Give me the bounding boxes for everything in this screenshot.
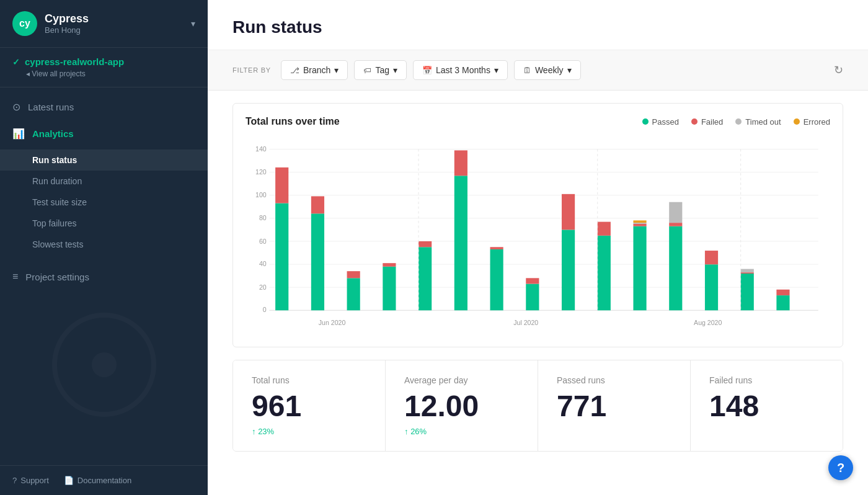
sidebar-documentation-link[interactable]: 📄 Documentation	[64, 476, 131, 485]
help-button[interactable]: ?	[828, 455, 853, 480]
tag-chevron-icon: ▾	[393, 65, 397, 75]
sidebar-item-latest-runs[interactable]: ⊙ Latest runs	[0, 94, 208, 120]
svg-rect-43	[633, 220, 646, 223]
svg-rect-39	[598, 222, 611, 236]
legend-errored: Errored	[794, 117, 830, 127]
period-chevron-icon: ▾	[567, 65, 572, 75]
svg-rect-31	[454, 150, 467, 176]
legend-dot-errored	[794, 118, 800, 125]
svg-rect-47	[705, 264, 718, 310]
svg-text:20: 20	[259, 283, 267, 291]
stat-change-average-per-day: 26%	[404, 427, 519, 436]
svg-text:80: 80	[259, 214, 267, 221]
stat-label-average-per-day: Average per day	[404, 375, 519, 385]
filter-bar: FILTER BY ⎇ Branch ▾ 🏷 Tag ▾ 📅 Last 3 Mo…	[208, 50, 868, 91]
sidebar-project: cypress-realworld-app ◂ View all project…	[0, 48, 208, 87]
svg-text:120: 120	[255, 168, 267, 176]
svg-rect-45	[669, 223, 682, 226]
stat-card-failed-runs: Failed runs 148	[691, 360, 843, 451]
branch-filter-button[interactable]: ⎇ Branch ▾	[281, 60, 348, 80]
legend-passed: Passed	[642, 117, 679, 127]
svg-rect-40	[633, 226, 646, 311]
branch-icon: ⎇	[290, 66, 299, 75]
svg-rect-44	[669, 226, 682, 311]
svg-rect-49	[741, 274, 754, 310]
svg-rect-35	[526, 278, 539, 283]
svg-text:60: 60	[259, 238, 267, 245]
svg-rect-33	[490, 247, 503, 249]
sidebar-app-name: Cypress	[45, 12, 191, 25]
stat-label-passed-runs: Passed runs	[557, 375, 671, 385]
chart-title: Total runs over time	[246, 116, 340, 127]
sidebar-project-name[interactable]: cypress-realworld-app	[12, 56, 195, 67]
svg-rect-34	[526, 284, 539, 311]
stat-value-failed-runs: 148	[709, 390, 824, 423]
sidebar-item-analytics[interactable]: 📊 Analytics	[0, 120, 208, 147]
svg-text:0: 0	[263, 306, 267, 313]
sidebar-support-link[interactable]: ? Support	[12, 476, 49, 485]
svg-rect-51	[741, 269, 754, 273]
stat-label-failed-runs: Failed runs	[709, 375, 824, 385]
sidebar-sub-item-run-status[interactable]: Run status	[0, 149, 208, 171]
sidebar-item-project-settings[interactable]: ≡ Project settings	[0, 264, 208, 290]
svg-text:Jul 2020: Jul 2020	[513, 319, 538, 326]
svg-rect-30	[454, 176, 467, 310]
svg-rect-26	[383, 267, 396, 311]
sidebar-sub-item-run-duration[interactable]: Run duration	[0, 171, 208, 192]
sidebar-dropdown-icon[interactable]: ▾	[191, 19, 195, 29]
tag-icon: 🏷	[363, 66, 371, 75]
svg-rect-48	[705, 251, 718, 264]
analytics-icon: 📊	[12, 128, 25, 140]
svg-rect-50	[741, 272, 754, 274]
project-settings-icon: ≡	[12, 271, 18, 282]
sidebar-item-analytics-label: Analytics	[32, 128, 74, 139]
sidebar-view-all-link[interactable]: ◂ View all projects	[12, 69, 195, 78]
support-icon: ?	[12, 476, 17, 485]
stat-value-passed-runs: 771	[557, 390, 671, 423]
legend-dot-passed	[642, 118, 649, 125]
sidebar-sub-item-test-suite-size[interactable]: Test suite size	[0, 192, 208, 213]
legend-label-passed: Passed	[652, 117, 679, 127]
branch-chevron-icon: ▾	[334, 65, 339, 75]
sidebar-sub-nav: Run status Run duration Test suite size …	[0, 147, 208, 257]
refresh-button[interactable]: ↻	[834, 63, 843, 77]
svg-rect-29	[418, 241, 432, 247]
branch-filter-label: Branch	[303, 65, 330, 75]
svg-text:140: 140	[255, 145, 267, 153]
stats-row: Total runs 961 23% Average per day 12.00…	[232, 360, 843, 452]
sidebar-item-project-settings-label: Project settings	[25, 272, 89, 282]
main-content: Run status FILTER BY ⎇ Branch ▾ 🏷 Tag ▾ …	[208, 0, 868, 495]
tag-filter-button[interactable]: 🏷 Tag ▾	[354, 60, 407, 80]
svg-rect-42	[633, 223, 646, 224]
svg-rect-22	[311, 213, 324, 310]
svg-rect-25	[347, 271, 360, 278]
stat-card-total-runs: Total runs 961 23%	[233, 360, 386, 451]
sidebar-nav: ⊙ Latest runs 📊 Analytics Run status Run…	[0, 87, 208, 465]
svg-rect-37	[562, 194, 575, 230]
stat-change-total-runs: 23%	[252, 427, 366, 436]
svg-rect-24	[347, 278, 360, 310]
sidebar-user: Ben Hong	[45, 25, 191, 35]
chart-section: Total runs over time Passed Failed Timed…	[232, 103, 843, 347]
date-filter-button[interactable]: 📅 Last 3 Months ▾	[413, 60, 508, 80]
date-chevron-icon: ▾	[494, 65, 498, 75]
period-filter-label: Weekly	[535, 65, 564, 75]
stat-card-average-per-day: Average per day 12.00 26%	[386, 360, 538, 451]
svg-rect-46	[669, 202, 682, 223]
sidebar-bottom: ? Support 📄 Documentation	[0, 465, 208, 495]
svg-rect-53	[776, 290, 789, 295]
sidebar-item-latest-runs-label: Latest runs	[28, 102, 74, 112]
svg-rect-36	[562, 230, 575, 310]
period-filter-button[interactable]: 🗓 Weekly ▾	[514, 60, 581, 80]
svg-rect-23	[311, 196, 324, 213]
sidebar-logo: cy	[12, 11, 37, 36]
legend-label-timedout: Timed out	[745, 117, 781, 127]
chart-header: Total runs over time Passed Failed Timed…	[246, 116, 830, 127]
stat-value-average-per-day: 12.00	[404, 390, 519, 423]
sidebar-sub-item-top-failures[interactable]: Top failures	[0, 213, 208, 234]
svg-rect-38	[598, 236, 611, 310]
sidebar-sub-item-slowest-tests[interactable]: Slowest tests	[0, 234, 208, 255]
legend-failed: Failed	[691, 117, 723, 127]
main-header: Run status	[208, 0, 868, 50]
svg-rect-20	[275, 203, 288, 311]
